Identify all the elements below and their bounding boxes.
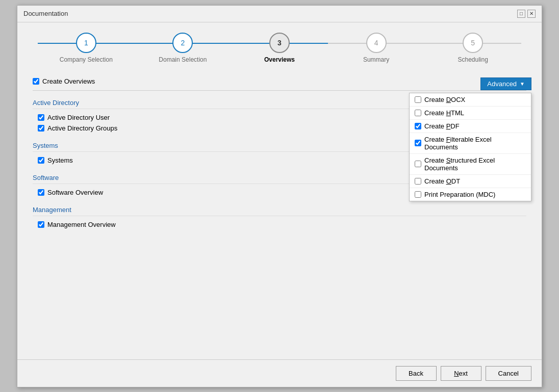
step-5-circle: 5	[463, 33, 483, 53]
create-overviews-checkbox[interactable]	[33, 78, 39, 85]
step-5: 5 Scheduling	[424, 33, 521, 63]
create-odt-label[interactable]: Create ODT	[424, 177, 460, 185]
step-2-circle: 2	[172, 33, 193, 53]
footer: Back Next Cancel	[17, 359, 542, 387]
dropdown-item-filterable-excel[interactable]: Create Filterable Excel Documents	[410, 133, 531, 154]
software-overview-checkbox[interactable]	[38, 189, 44, 196]
print-preparation-label[interactable]: Print Preparation (MDC)	[424, 191, 495, 198]
step-3: 3 Overviews	[231, 33, 328, 63]
create-filterable-excel-label[interactable]: Create Filterable Excel Documents	[424, 136, 526, 151]
ad-user-checkbox[interactable]	[38, 114, 44, 121]
systems-checkbox[interactable]	[38, 157, 44, 164]
close-button[interactable]: ✕	[527, 10, 536, 18]
dropdown-item-pdf[interactable]: Create PDF	[410, 120, 531, 133]
ad-groups-label[interactable]: Active Directory Groups	[47, 124, 117, 132]
create-overviews-row: Create Overviews	[33, 77, 526, 91]
create-html-label[interactable]: Create HTML	[424, 109, 464, 117]
window-content: 1 Company Selection 2 Domain Selection 3	[17, 22, 542, 387]
next-label: Next	[454, 370, 468, 377]
ad-user-label[interactable]: Active Directory User	[47, 114, 110, 121]
create-odt-checkbox[interactable]	[415, 178, 421, 185]
minimize-button[interactable]: □	[517, 10, 525, 18]
advanced-button[interactable]: Advanced ▼	[480, 77, 531, 90]
dropdown-arrow-icon: ▼	[520, 81, 525, 87]
create-structured-excel-checkbox[interactable]	[415, 161, 421, 167]
step-4-circle: 4	[366, 33, 387, 53]
advanced-dropdown-menu: Create DOCX Create HTML Create PDF Creat…	[409, 93, 531, 201]
advanced-btn-container: Advanced ▼ Create DOCX Create HTML	[480, 77, 531, 90]
step-4-label: Summary	[363, 56, 389, 63]
step-3-circle: 3	[269, 33, 290, 53]
dropdown-item-mdc[interactable]: Print Preparation (MDC)	[410, 188, 531, 201]
print-preparation-checkbox[interactable]	[415, 191, 421, 198]
ad-groups-checkbox[interactable]	[38, 125, 44, 132]
title-bar-controls: □ ✕	[517, 10, 536, 18]
dropdown-item-html[interactable]: Create HTML	[410, 107, 531, 120]
section-management: Management Management Overview	[33, 206, 526, 230]
dropdown-item-structured-excel[interactable]: Create Structured Excel Documents	[410, 154, 531, 175]
window-title: Documentation	[23, 10, 68, 17]
stepper: 1 Company Selection 2 Domain Selection 3	[17, 22, 542, 72]
title-bar: Documentation □ ✕	[17, 6, 542, 22]
create-docx-checkbox[interactable]	[415, 96, 421, 103]
back-button[interactable]: Back	[396, 366, 437, 381]
stepper-track: 1 Company Selection 2 Domain Selection 3	[38, 33, 521, 63]
create-docx-label[interactable]: Create DOCX	[424, 96, 465, 103]
step-3-label: Overviews	[264, 56, 295, 63]
create-html-checkbox[interactable]	[415, 110, 421, 116]
software-overview-label[interactable]: Software Overview	[47, 189, 103, 196]
step-1: 1 Company Selection	[38, 33, 135, 63]
main-window: Documentation □ ✕ 1 Company Selection	[17, 5, 542, 387]
create-structured-excel-label[interactable]: Create Structured Excel Documents	[424, 156, 526, 172]
main-content: Create Overviews Advanced ▼ Create DOCX	[17, 72, 542, 359]
step-4: 4 Summary	[328, 33, 425, 63]
cancel-button[interactable]: Cancel	[486, 366, 531, 381]
create-pdf-checkbox[interactable]	[415, 123, 421, 129]
create-filterable-excel-checkbox[interactable]	[415, 140, 421, 146]
dropdown-item-odt[interactable]: Create ODT	[410, 175, 531, 188]
step-2: 2 Domain Selection	[135, 33, 232, 63]
management-overview-checkbox[interactable]	[38, 221, 44, 228]
step-5-label: Scheduling	[458, 56, 488, 63]
step-1-label: Company Selection	[60, 56, 113, 63]
create-overviews-label[interactable]: Create Overviews	[42, 77, 95, 85]
item-management-overview: Management Overview	[33, 219, 526, 230]
systems-label[interactable]: Systems	[47, 156, 73, 164]
dropdown-item-docx[interactable]: Create DOCX	[410, 93, 531, 107]
step-1-circle: 1	[76, 33, 96, 53]
step-2-label: Domain Selection	[159, 56, 207, 63]
next-button[interactable]: Next	[441, 366, 481, 381]
create-pdf-label[interactable]: Create PDF	[424, 122, 460, 130]
section-title-management: Management	[33, 206, 526, 216]
management-overview-label[interactable]: Management Overview	[47, 221, 116, 228]
